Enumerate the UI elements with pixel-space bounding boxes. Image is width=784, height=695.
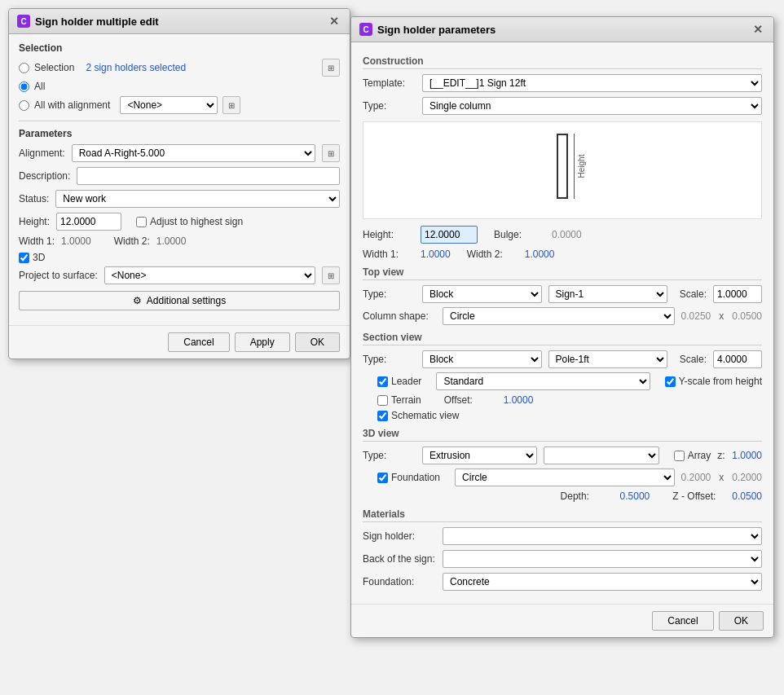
alignment-row: Alignment: Road A-Right-5.000 ⊞ (19, 144, 340, 162)
bulge-label: Bulge: (494, 229, 547, 240)
depth-value: 0.5000 (620, 490, 650, 502)
right-dialog-title: C Sign holder parameters ✕ (351, 17, 773, 42)
top-type-select[interactable]: Block (422, 285, 542, 303)
left-apply-button[interactable]: Apply (235, 332, 290, 352)
alignment-select[interactable]: Road A-Right-5.000 (72, 144, 315, 162)
additional-settings-button[interactable]: ⚙ Additional settings (19, 291, 340, 310)
align-icon-btn[interactable]: ⊞ (222, 96, 240, 114)
height-field-label: Height: (363, 229, 416, 240)
selection-radio[interactable] (19, 63, 29, 73)
foundation-shape-select[interactable]: Circle (455, 468, 675, 486)
selection-icon-btn[interactable]: ⊞ (322, 59, 340, 77)
description-row: Description: (19, 167, 340, 185)
array-check-label[interactable]: Array (674, 450, 711, 461)
leader-checkbox[interactable] (377, 376, 388, 387)
schematic-row: Schematic view (363, 410, 762, 421)
array-label-text: Array (688, 450, 711, 461)
col-shape-row: Column shape: Circle 0.0250 x 0.0500 (363, 307, 762, 325)
gear-icon: ⚙ (133, 295, 142, 306)
terrain-label-text: Terrain (391, 394, 421, 406)
adjust-label: Adjust to highest sign (150, 216, 243, 227)
sign-holder-mat-label: Sign holder: (363, 530, 436, 542)
leader-label-text: Leader (391, 376, 421, 387)
foundation-x-value: 0.2000 (681, 472, 711, 483)
sign-holder-mat-row: Sign holder: (363, 527, 762, 545)
array-checkbox[interactable] (674, 451, 685, 461)
width1-param-label: Width 1: (19, 235, 55, 247)
3d-view-header: 3D view (363, 428, 762, 442)
col-shape-label: Column shape: (363, 310, 436, 322)
3d-type-select[interactable]: Extrusion (422, 446, 537, 464)
project-select[interactable]: <None> (104, 266, 315, 284)
y-scale-checkbox[interactable] (665, 376, 676, 387)
section-type-select[interactable]: Block (422, 350, 542, 368)
section-scale-input[interactable] (713, 350, 762, 368)
type-select[interactable]: Single column (422, 97, 762, 115)
left-title-left: C Sign holder multiple edit (17, 15, 159, 28)
3d-checkbox[interactable] (19, 253, 29, 263)
leader-row: Leader Standard Y-scale from height (363, 372, 762, 390)
foundation-row: Foundation Circle 0.2000 x 0.2000 (363, 468, 762, 486)
width2-field-label: Width 2: (467, 249, 520, 260)
foundation-label-text: Foundation (391, 472, 440, 483)
right-dialog: C Sign holder parameters ✕ Construction … (350, 16, 774, 638)
foundation-mat-select[interactable]: Concrete (443, 573, 762, 591)
foundation-y-value: 0.2000 (732, 472, 762, 483)
terrain-check-label[interactable]: Terrain (377, 394, 421, 406)
terrain-checkbox[interactable] (377, 395, 388, 406)
leader-check-label[interactable]: Leader (377, 376, 421, 387)
schematic-check-label[interactable]: Schematic view (377, 410, 459, 421)
y-scale-check-label[interactable]: Y-scale from height (665, 376, 762, 387)
offset-label: Offset: (444, 394, 497, 406)
left-dialog-title-text: Sign holder multiple edit (35, 15, 159, 28)
right-ok-button[interactable]: OK (719, 611, 764, 631)
top-block-select[interactable]: Sign-1 (548, 285, 668, 303)
template-select[interactable]: [__EDIT__]1 Sign 12ft (422, 74, 762, 92)
width2-field-group: Width 2: 1.0000 (467, 249, 555, 260)
depth-zoffset-row: Depth: 0.5000 Z - Offset: 0.0500 (363, 490, 762, 502)
left-dialog-body: Selection Selection 2 sign holders selec… (9, 34, 350, 325)
description-input[interactable] (77, 167, 340, 185)
height-line: Height (574, 134, 575, 199)
width2-value: 1.0000 (156, 235, 187, 247)
top-scale-input[interactable] (713, 285, 762, 303)
depth-label: Depth: (561, 490, 614, 502)
status-select[interactable]: New work (55, 190, 340, 208)
alignment-select-icon[interactable]: ⊞ (322, 144, 340, 162)
top-view-header: Top view (363, 266, 762, 280)
height-field-input[interactable] (421, 226, 478, 244)
adjust-check-group: Adjust to highest sign (136, 216, 243, 227)
pole-diagram: Height (530, 130, 595, 211)
z-offset-value: 0.0500 (732, 490, 762, 502)
sign-holder-mat-select[interactable] (443, 527, 762, 545)
foundation-mat-row: Foundation: Concrete (363, 573, 762, 591)
foundation-check-label[interactable]: Foundation (377, 472, 440, 483)
right-cancel-button[interactable]: Cancel (652, 611, 713, 631)
adjust-checkbox[interactable] (136, 217, 147, 227)
3d-extrusion-select[interactable] (544, 446, 658, 464)
alignment-dropdown[interactable]: <None> (120, 96, 218, 114)
3d-type-row: Type: Extrusion Array z: 1.0000 (363, 446, 762, 464)
col-shape-select[interactable]: Circle (443, 307, 675, 325)
left-ok-button[interactable]: OK (295, 332, 340, 352)
project-icon-btn[interactable]: ⊞ (322, 266, 340, 284)
all-align-radio-label: All with alignment (34, 99, 110, 111)
all-align-radio[interactable] (19, 100, 29, 111)
height-input[interactable] (56, 213, 121, 231)
left-dialog: C Sign holder multiple edit ✕ Selection … (8, 8, 350, 359)
leader-select[interactable]: Standard (436, 372, 650, 390)
foundation-mat-label: Foundation: (363, 576, 436, 587)
back-mat-row: Back of the sign: (363, 550, 762, 568)
description-param-label: Description: (19, 170, 70, 182)
right-close-button[interactable]: ✕ (751, 22, 765, 37)
left-close-button[interactable]: ✕ (327, 14, 341, 29)
selection-radio-label: Selection (34, 62, 74, 73)
schematic-checkbox[interactable] (377, 411, 388, 421)
foundation-checkbox[interactable] (377, 473, 388, 483)
left-cancel-button[interactable]: Cancel (168, 332, 229, 352)
back-mat-select[interactable] (443, 550, 762, 568)
height-param-label: Height: (19, 216, 50, 227)
all-radio[interactable] (19, 81, 29, 92)
section-view-header: Section view (363, 332, 762, 345)
section-block-select[interactable]: Pole-1ft (548, 350, 668, 368)
